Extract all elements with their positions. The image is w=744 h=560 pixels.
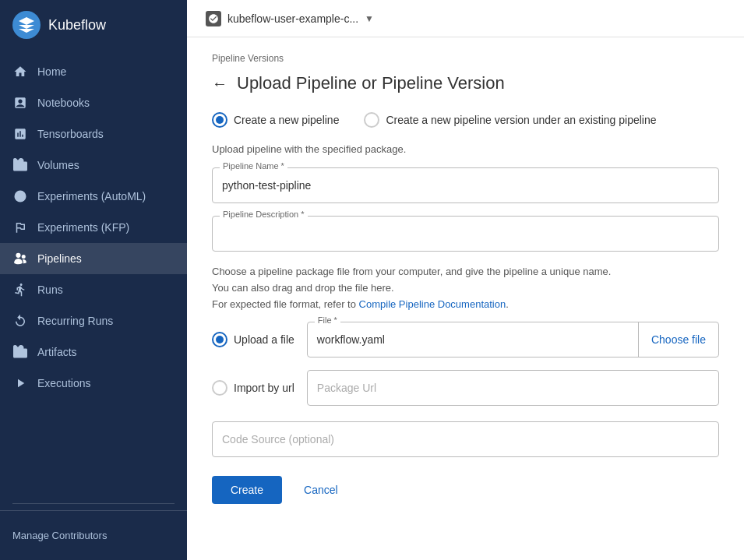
package-url-input[interactable] — [307, 370, 719, 406]
sidebar-item-experiments-kfp-label: Experiments (KFP) — [37, 221, 129, 234]
action-buttons: Create Cancel — [212, 476, 719, 504]
sidebar-item-notebooks-label: Notebooks — [37, 97, 90, 109]
sidebar-item-volumes[interactable]: Volumes — [0, 150, 187, 181]
tensorboard-icon — [12, 126, 28, 142]
sidebar-item-executions[interactable]: Executions — [0, 368, 187, 399]
breadcrumb: Pipeline Versions — [212, 53, 719, 64]
compile-pipeline-link[interactable]: Compile Pipeline Documentation — [359, 298, 506, 310]
file-hint-line3-prefix: For expected file format, refer to — [212, 298, 359, 310]
radio-new-pipeline[interactable]: Create a new pipeline — [212, 112, 339, 128]
sidebar-item-pipelines[interactable]: Pipelines — [0, 243, 187, 274]
app-title: Kubeflow — [48, 17, 106, 33]
file-name-display: workflow.yaml — [308, 322, 638, 357]
sidebar-divider — [12, 503, 175, 504]
sidebar-item-experiments-kfp[interactable]: Experiments (KFP) — [0, 212, 187, 243]
namespace-text: kubeflow-user-example-c... — [227, 12, 358, 25]
notebook-icon — [12, 95, 28, 111]
radio-new-pipeline-label: Create a new pipeline — [234, 114, 339, 126]
cancel-button[interactable]: Cancel — [291, 476, 351, 504]
main-content: kubeflow-user-example-c... ▼ Pipeline Ve… — [187, 0, 744, 560]
code-source-input[interactable] — [212, 421, 719, 457]
namespace-selector[interactable]: kubeflow-user-example-c... ▼ — [199, 8, 380, 30]
back-button[interactable]: ← — [212, 75, 227, 93]
pipeline-name-field: Pipeline Name * — [212, 167, 719, 203]
svg-point-0 — [15, 191, 26, 203]
artifact-icon — [12, 344, 28, 360]
file-input-box: workflow.yaml Choose file — [307, 322, 719, 357]
pipeline-description-input[interactable] — [212, 216, 719, 252]
manage-contributors-link[interactable]: Manage Contributors — [12, 523, 175, 548]
sidebar-item-runs-label: Runs — [37, 284, 63, 296]
sidebar-item-tensorboards-label: Tensorboards — [37, 128, 104, 140]
sidebar-item-home[interactable]: Home — [0, 56, 187, 87]
sidebar-item-recurring-runs[interactable]: Recurring Runs — [0, 305, 187, 336]
file-hint-line1: Choose a pipeline package file from your… — [212, 266, 611, 277]
pipeline-name-input[interactable] — [212, 167, 719, 203]
radio-import-url-label: Import by url — [234, 382, 294, 394]
home-icon — [12, 64, 28, 79]
radio-upload-file[interactable]: Upload a file — [212, 332, 294, 347]
topbar: kubeflow-user-example-c... ▼ — [187, 0, 744, 37]
sidebar-item-artifacts-label: Artifacts — [37, 346, 77, 358]
sidebar-item-artifacts[interactable]: Artifacts — [0, 336, 187, 368]
radio-import-url[interactable]: Import by url — [212, 380, 294, 396]
sidebar: Kubeflow Home Notebooks Tensorboards — [0, 0, 187, 560]
sidebar-item-pipelines-label: Pipelines — [37, 252, 82, 265]
volume-icon — [12, 157, 28, 173]
sidebar-item-home-label: Home — [37, 65, 66, 78]
radio-existing-pipeline-label: Create a new pipeline version under an e… — [386, 114, 656, 126]
radio-upload-file-label: Upload a file — [234, 333, 294, 346]
file-input-wrapper: File * workflow.yaml Choose file — [307, 322, 719, 357]
radio-import-url-circle — [212, 380, 227, 396]
radio-existing-pipeline[interactable]: Create a new pipeline version under an e… — [364, 112, 656, 128]
create-button[interactable]: Create — [212, 476, 282, 504]
file-hint: Choose a pipeline package file from your… — [212, 264, 719, 312]
sidebar-item-experiments-automl-label: Experiments (AutoML) — [37, 190, 146, 203]
sidebar-footer: Manage Contributors — [0, 510, 187, 560]
sidebar-item-tensorboards[interactable]: Tensorboards — [0, 118, 187, 150]
runs-icon — [12, 282, 28, 298]
code-source-field — [212, 421, 719, 457]
upload-hint: Upload pipeline with the specified packa… — [212, 143, 719, 155]
pipeline-description-label: Pipeline Description * — [220, 210, 308, 219]
sidebar-item-runs[interactable]: Runs — [0, 274, 187, 305]
namespace-dropdown-arrow: ▼ — [365, 13, 374, 24]
sidebar-item-recurring-runs-label: Recurring Runs — [37, 315, 113, 327]
file-field-label: File * — [315, 315, 340, 325]
execution-icon — [12, 375, 28, 391]
sidebar-header: Kubeflow — [0, 0, 187, 50]
sidebar-nav: Home Notebooks Tensorboards Volumes — [0, 50, 187, 497]
pipeline-description-field: Pipeline Description * — [212, 216, 719, 252]
app-logo — [12, 11, 41, 39]
sidebar-item-executions-label: Executions — [37, 377, 90, 389]
page-title: Upload Pipeline or Pipeline Version — [237, 73, 505, 93]
sidebar-item-experiments-automl[interactable]: Experiments (AutoML) — [0, 181, 187, 212]
pipeline-name-label: Pipeline Name * — [220, 161, 287, 171]
file-upload-row: Upload a file File * workflow.yaml Choos… — [212, 322, 719, 357]
recurring-icon — [12, 313, 28, 329]
sidebar-item-volumes-label: Volumes — [37, 159, 79, 171]
radio-existing-pipeline-circle — [364, 112, 379, 128]
page-header: ← Upload Pipeline or Pipeline Version — [212, 73, 719, 93]
pipeline-type-radio-group: Create a new pipeline Create a new pipel… — [212, 112, 719, 128]
radio-new-pipeline-circle — [212, 112, 227, 128]
import-url-row: Import by url — [212, 370, 719, 406]
page-content: Pipeline Versions ← Upload Pipeline or P… — [187, 37, 744, 560]
sidebar-item-notebooks[interactable]: Notebooks — [0, 87, 187, 118]
experiment-automl-icon — [12, 188, 28, 204]
namespace-icon — [206, 11, 221, 26]
choose-file-button[interactable]: Choose file — [638, 322, 718, 357]
kfp-icon — [12, 220, 28, 235]
radio-upload-file-circle — [212, 332, 227, 347]
pipeline-icon — [12, 251, 28, 266]
file-hint-line3-suffix: . — [506, 298, 509, 310]
file-hint-line2: You can also drag and drop the file here… — [212, 282, 394, 294]
